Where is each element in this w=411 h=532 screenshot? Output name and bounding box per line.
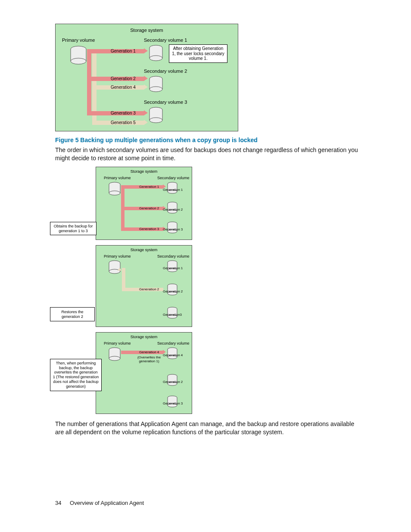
- p1-primary-cyl: [108, 182, 121, 196]
- fig1-note: After obtaining Generation 1, the user l…: [169, 44, 227, 63]
- p2-sidebox: Restores the generation 2: [50, 307, 95, 322]
- page-number: 34: [55, 500, 61, 506]
- svg-point-64: [109, 356, 120, 361]
- fig1-sec3-label: Secondary volume 3: [144, 100, 187, 105]
- p1-title: Storage system: [96, 169, 192, 174]
- p3-primary: Primary volume: [104, 341, 131, 345]
- page-footer: 34 Overview of Application Agent: [55, 500, 144, 506]
- p1-rg2: Generation 2: [163, 208, 183, 212]
- sec-cylinder-3-icon: [149, 107, 163, 123]
- p2-primary-cyl: [108, 260, 121, 274]
- p1-primary: Primary volume: [104, 176, 131, 180]
- p3-ow: (Overwrites the generation 1): [135, 356, 163, 364]
- panel-2: Storage system Primary volume Secondary …: [96, 245, 192, 327]
- p1-rg1: Generation 1: [163, 188, 183, 192]
- p2-primary: Primary volume: [104, 254, 131, 258]
- p1-rg3: Generation 3: [163, 227, 183, 231]
- arrow-gen1-head: [144, 48, 148, 53]
- panel-3: Storage system Primary volume Secondary …: [96, 332, 192, 414]
- arrow-gen3-head: [144, 110, 148, 115]
- sec-cylinder-2-icon: [149, 76, 163, 92]
- arrow-gen4-head: [144, 84, 148, 90]
- p2-secondary: Secondary volume: [157, 254, 190, 258]
- p1-g2: Generation 2: [139, 206, 159, 210]
- fig1-sec1-label: Secondary volume 1: [144, 37, 187, 43]
- p1-trunk: [121, 189, 125, 231]
- svg-point-14: [149, 87, 162, 92]
- p3-secondary: Secondary volume: [157, 341, 190, 345]
- p1-sidebox: Obtains the backup for generation 1 to 3: [50, 222, 97, 236]
- figure-5-diagram: Storage system Primary volume Secondary …: [55, 24, 238, 131]
- gen3-label: Generation 3: [111, 111, 136, 115]
- p2-g2: Generation 2: [139, 287, 159, 291]
- svg-point-19: [149, 118, 162, 123]
- p3-sidebox: Then, when performing backup, the backup…: [50, 359, 102, 391]
- three-panel-diagram: Storage system Primary volume Secondary …: [55, 167, 243, 414]
- footer-title: Overview of Application Agent: [70, 500, 144, 506]
- p2-arrow-vert: [122, 268, 125, 291]
- gen2-label: Generation 2: [111, 76, 136, 81]
- svg-point-4: [71, 58, 86, 64]
- svg-point-24: [109, 191, 120, 195]
- gen1-label: Generation 1: [111, 49, 136, 53]
- p2-rg3: Generation3: [163, 313, 182, 317]
- fig1-sec2-label: Secondary volume 2: [144, 68, 187, 74]
- arrow-trunk-red: [87, 53, 91, 115]
- p3-rg3: Generation 3: [163, 401, 183, 405]
- arrow-gen2-head: [144, 76, 148, 81]
- p2-arrow-head: [118, 268, 122, 271]
- p2-rg1: Generation 1: [163, 266, 183, 270]
- panel-1: Storage system Primary volume Secondary …: [96, 167, 192, 240]
- p3-rg2: Generation 2: [163, 380, 183, 384]
- sec-cylinder-1-icon: [149, 45, 163, 61]
- fig1-primary-label: Primary volume: [62, 37, 95, 43]
- svg-point-9: [149, 56, 162, 61]
- p1-secondary: Secondary volume: [157, 176, 190, 180]
- p3-g4: Generation 4: [139, 350, 159, 354]
- primary-cylinder-icon: [70, 46, 87, 65]
- p3-primary-cyl: [108, 347, 121, 361]
- p2-rg2: Generation 2: [163, 289, 183, 293]
- arrow-gen5-head: [144, 120, 148, 125]
- p2-title: Storage system: [96, 248, 192, 252]
- gen4-label: Generation 4: [111, 85, 136, 90]
- gen5-label: Generation 5: [111, 120, 136, 125]
- para-2: The number of generations that Applicati…: [55, 420, 364, 436]
- figure-caption: Figure 5 Backing up multiple generations…: [55, 137, 364, 143]
- p3-rg4: Generation 4: [163, 353, 183, 357]
- p1-g3: Generation 3: [139, 227, 159, 231]
- fig1-title: Storage system: [56, 28, 238, 33]
- para-1: The order in which secondary volumes are…: [55, 146, 364, 162]
- p1-g1: Generation 1: [139, 185, 159, 189]
- p3-title: Storage system: [96, 335, 192, 339]
